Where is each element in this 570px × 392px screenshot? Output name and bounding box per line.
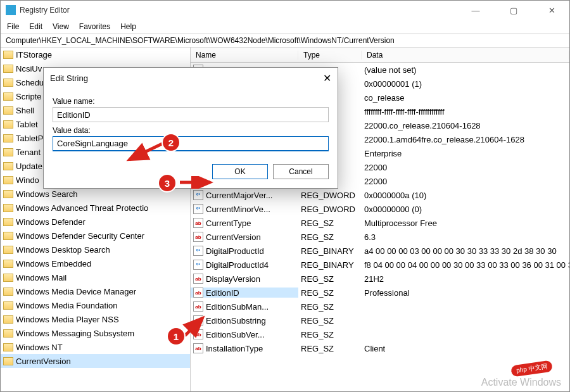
col-data[interactable]: Data [362, 51, 569, 60]
value-row[interactable]: ⁰¹CurrentMajorVer...REG_DWORD0x0000000a … [191, 188, 569, 202]
tree-label: Windows NT [16, 343, 63, 352]
window-title: Registry Editor [20, 6, 463, 15]
value-name: CurrentMajorVer... [206, 191, 273, 200]
value-row[interactable]: abEditionSubVer...REG_SZ [191, 327, 569, 341]
menu-edit[interactable]: Edit [29, 22, 42, 31]
value-row[interactable]: abEditionSubstringREG_SZ [191, 313, 569, 327]
tree-item[interactable]: Windows Media Device Manager [1, 284, 190, 298]
dialog-title: Edit String [50, 73, 323, 83]
tree-label: Windows Media Foundation [16, 301, 117, 310]
tree-item[interactable]: Windows NT [1, 340, 190, 354]
folder-icon [3, 232, 13, 240]
folder-icon [3, 106, 13, 115]
value-row[interactable]: ⁰¹CurrentMinorVe...REG_DWORD0x00000000 (… [191, 202, 569, 216]
tree-label: Scripte [16, 92, 41, 101]
value-row[interactable]: abDisplayVersionREG_SZ21H2 [191, 272, 569, 286]
svg-line-0 [129, 143, 163, 160]
value-row[interactable]: ⁰¹DigitalProductIdREG_BINARYa4 00 00 00 … [191, 244, 569, 258]
tree-label: NcsiUv [16, 64, 42, 73]
list-header: Name Type Data [191, 47, 569, 63]
tree-item[interactable]: Windows Media Foundation [1, 298, 190, 312]
value-data: 0x00000001 (1) [362, 79, 569, 89]
value-name: EditionID [206, 288, 239, 298]
tree-label: TabletP [16, 134, 43, 143]
tree-label: Tablet [16, 120, 38, 129]
value-data: 6.3 [362, 232, 569, 242]
folder-icon [3, 274, 13, 282]
address-bar[interactable]: Computer\HKEY_LOCAL_MACHINE\SOFTWARE\Mic… [1, 34, 569, 47]
tree-label: Tenant [16, 148, 41, 157]
value-data: Client [362, 344, 569, 353]
folder-icon [3, 204, 13, 212]
tree-item[interactable]: CurrentVersion [1, 354, 190, 368]
tree-item[interactable]: Windows Desktop Search [1, 243, 190, 256]
string-icon: ab [193, 232, 203, 242]
annotation-badge-2: 2 [162, 133, 180, 152]
col-type[interactable]: Type [298, 51, 362, 60]
value-name: EditionSubstring [206, 316, 266, 326]
folder-icon [3, 92, 13, 101]
binary-icon: ⁰¹ [193, 190, 203, 200]
menu-file[interactable]: File [7, 22, 19, 31]
value-row[interactable]: abCurrentVersionREG_SZ6.3 [191, 230, 569, 244]
value-name: DisplayVersion [206, 274, 260, 284]
annotation-arrow-3 [179, 176, 215, 189]
tree-item[interactable]: Windows Defender [1, 215, 190, 229]
ok-button[interactable]: OK [212, 164, 268, 179]
folder-icon [3, 190, 13, 198]
tree-item[interactable]: Windows Advanced Threat Protectio [1, 201, 190, 215]
tree-item[interactable]: Windows Mail [1, 270, 190, 284]
value-data: 22000 [362, 177, 569, 186]
value-type: REG_DWORD [298, 205, 362, 214]
folder-icon [3, 134, 13, 142]
value-data-input[interactable] [53, 136, 329, 151]
folder-icon [3, 260, 13, 268]
value-row[interactable]: abCurrentTypeREG_SZMultiprocessor Free [191, 216, 569, 230]
menubar: FileEditViewFavoritesHelp [1, 20, 569, 34]
tree-label: Schedu [16, 78, 44, 87]
tree-item[interactable]: Windows Media Player NSS [1, 312, 190, 326]
value-type: REG_DWORD [298, 191, 362, 200]
folder-icon [3, 65, 13, 73]
minimize-button[interactable]: — [463, 6, 488, 15]
string-icon: ab [193, 218, 203, 228]
annotation-badge-1: 1 [167, 327, 186, 346]
svg-line-2 [185, 318, 203, 336]
value-row[interactable]: abEditionIDREG_SZProfessional [191, 286, 569, 300]
tree-item[interactable]: Windows Defender Security Center [1, 229, 190, 243]
value-type: REG_SZ [298, 232, 362, 242]
value-name: CurrentVersion [206, 232, 261, 242]
value-data: ffffffff-ffff-ffff-ffff-ffffffffffff [362, 107, 569, 117]
folder-icon [3, 120, 13, 129]
value-name-input[interactable] [53, 107, 329, 122]
value-row[interactable]: ⁰¹DigitalProductId4REG_BINARYf8 04 00 00… [191, 258, 569, 272]
close-button[interactable]: ✕ [539, 6, 564, 15]
cancel-button[interactable]: Cancel [273, 164, 329, 179]
value-data: co_release [362, 93, 569, 103]
activate-watermark: Activate Windows [481, 377, 561, 388]
value-type: REG_BINARY [298, 260, 362, 270]
close-icon[interactable]: ✕ [323, 72, 331, 84]
value-data: 22000.1.amd64fre.co_release.210604-1628 [362, 135, 569, 144]
annotation-badge-3: 3 [158, 174, 177, 193]
registry-editor-window: Registry Editor — ▢ ✕ FileEditViewFavori… [0, 0, 570, 392]
col-name[interactable]: Name [191, 51, 298, 60]
menu-help[interactable]: Help [120, 22, 136, 31]
maximize-button[interactable]: ▢ [501, 6, 526, 15]
value-row[interactable]: abInstallationTypeREG_SZClient [191, 341, 569, 355]
tree-item[interactable]: Windows Messaging Subsystem [1, 326, 190, 340]
value-row[interactable]: abEditionSubMan...REG_SZ [191, 300, 569, 313]
tree-item[interactable]: ITStorage [1, 47, 190, 61]
menu-view[interactable]: View [53, 22, 69, 31]
menu-favorites[interactable]: Favorites [79, 22, 110, 31]
annotation-arrow-1 [182, 313, 208, 338]
tree-label: Windows Media Device Manager [16, 287, 136, 296]
app-icon [6, 5, 16, 15]
value-name: EditionSubVer... [206, 330, 265, 339]
tree-item[interactable]: Windows Embedded [1, 256, 190, 270]
tree-label: Windows Defender [16, 217, 86, 227]
value-data: 0x00000000 (0) [362, 205, 569, 214]
value-type: REG_SZ [298, 274, 362, 284]
folder-icon [3, 148, 13, 156]
folder-icon [3, 218, 13, 226]
